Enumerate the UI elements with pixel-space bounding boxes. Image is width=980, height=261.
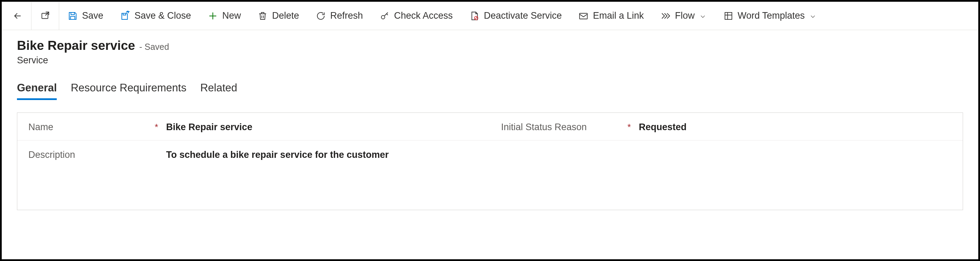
word-templates-button[interactable]: Word Templates xyxy=(715,2,825,30)
flow-label: Flow xyxy=(675,10,695,21)
back-button[interactable] xyxy=(4,2,32,30)
form-row: Name * Bike Repair service Initial Statu… xyxy=(17,113,963,140)
svg-rect-3 xyxy=(580,13,588,19)
svg-point-1 xyxy=(381,15,385,19)
new-button[interactable]: New xyxy=(199,2,249,30)
refresh-icon xyxy=(316,11,326,21)
status-label: Initial Status Reason xyxy=(501,121,622,132)
delete-label: Delete xyxy=(272,10,299,21)
check-access-button[interactable]: Check Access xyxy=(371,2,461,30)
name-value: Bike Repair service xyxy=(163,121,479,132)
saved-status: - Saved xyxy=(139,42,169,52)
refresh-button[interactable]: Refresh xyxy=(307,2,371,30)
refresh-label: Refresh xyxy=(330,10,363,21)
key-icon xyxy=(380,11,390,21)
record-header: Bike Repair service - Saved Service xyxy=(17,38,963,66)
plus-icon xyxy=(208,11,218,21)
field-initial-status-reason[interactable]: Initial Status Reason * Requested xyxy=(490,113,963,140)
open-in-new-button[interactable] xyxy=(32,2,59,30)
command-bar: Save Save & Close New Delete Refresh Che… xyxy=(2,2,978,30)
save-close-label: Save & Close xyxy=(135,10,191,21)
entity-type-label: Service xyxy=(17,55,963,66)
email-link-label: Email a Link xyxy=(593,10,644,21)
record-title-row: Bike Repair service - Saved xyxy=(17,38,963,53)
deactivate-icon xyxy=(469,11,480,21)
back-arrow-icon xyxy=(13,11,23,21)
trash-icon xyxy=(258,11,268,21)
word-templates-label: Word Templates xyxy=(738,10,805,21)
deactivate-button[interactable]: Deactivate Service xyxy=(461,2,570,30)
tab-list: General Resource Requirements Related xyxy=(17,82,963,100)
save-close-icon xyxy=(120,11,130,21)
deactivate-label: Deactivate Service xyxy=(484,10,562,21)
tab-related[interactable]: Related xyxy=(200,82,237,100)
popout-icon xyxy=(40,11,51,21)
form-panel: Name * Bike Repair service Initial Statu… xyxy=(17,113,963,210)
delete-button[interactable]: Delete xyxy=(249,2,307,30)
content-area: Bike Repair service - Saved Service Gene… xyxy=(2,30,978,218)
email-link-button[interactable]: Email a Link xyxy=(570,2,652,30)
flow-icon xyxy=(660,11,671,21)
save-label: Save xyxy=(82,10,103,21)
chevron-down-icon xyxy=(699,12,706,20)
description-value: To schedule a bike repair service for th… xyxy=(163,148,951,160)
required-marker-empty xyxy=(150,148,163,150)
required-marker: * xyxy=(622,121,636,132)
page-title: Bike Repair service xyxy=(17,38,135,53)
save-icon xyxy=(67,11,78,21)
email-icon xyxy=(578,11,589,21)
svg-rect-4 xyxy=(725,13,732,19)
description-label: Description xyxy=(29,148,150,160)
field-description[interactable]: Description To schedule a bike repair se… xyxy=(17,140,963,210)
field-name[interactable]: Name * Bike Repair service xyxy=(17,113,490,140)
flow-button[interactable]: Flow xyxy=(652,2,715,30)
name-label: Name xyxy=(29,121,150,132)
form-row: Description To schedule a bike repair se… xyxy=(17,140,963,210)
tab-general[interactable]: General xyxy=(17,82,57,100)
save-close-button[interactable]: Save & Close xyxy=(112,2,200,30)
chevron-down-icon xyxy=(809,12,817,20)
word-templates-icon xyxy=(723,11,733,21)
check-access-label: Check Access xyxy=(394,10,453,21)
tab-resource-requirements[interactable]: Resource Requirements xyxy=(71,82,186,100)
status-value: Requested xyxy=(636,121,951,132)
new-label: New xyxy=(222,10,241,21)
save-button[interactable]: Save xyxy=(59,2,112,30)
required-marker: * xyxy=(150,121,163,132)
